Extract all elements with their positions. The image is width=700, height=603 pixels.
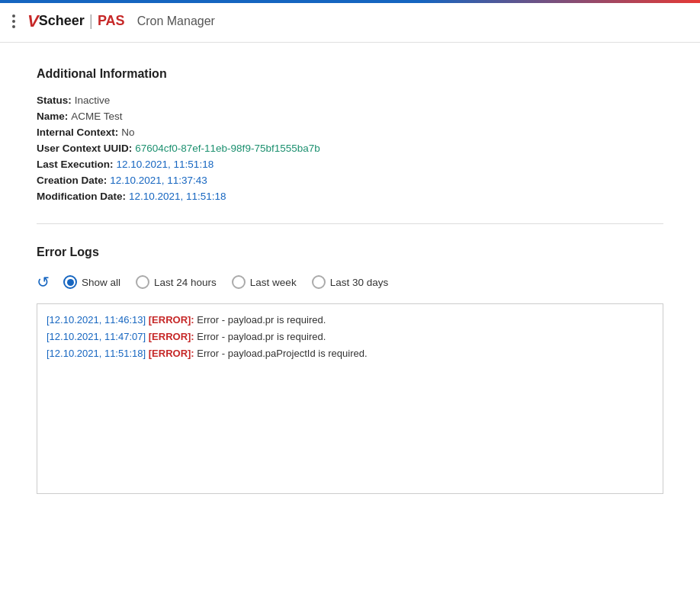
- logo-scheer: Scheer: [39, 13, 85, 29]
- radio-circle-last-30d: [312, 275, 326, 289]
- info-value: 12.10.2021, 11:37:43: [110, 175, 207, 186]
- info-value: 67604cf0-87ef-11eb-98f9-75bf1555ba7b: [135, 143, 319, 154]
- top-accent-bar: [0, 0, 700, 3]
- radio-circle-show-all: [63, 275, 77, 289]
- radio-label-show-all: Show all: [82, 277, 120, 288]
- radio-option-last-24h[interactable]: Last 24 hours: [136, 275, 217, 289]
- info-row: Last Execution:12.10.2021, 11:51:18: [37, 159, 663, 170]
- radio-option-last-week[interactable]: Last week: [232, 275, 297, 289]
- log-message: Error - payload.paProjectId is required.: [194, 348, 368, 359]
- info-value: ACME Test: [71, 111, 122, 122]
- log-box[interactable]: [12.10.2021, 11:46:13] [ERROR]: Error - …: [37, 303, 663, 494]
- additional-info-title: Additional Information: [37, 67, 663, 81]
- logo: VScheer|PAS: [27, 11, 125, 31]
- info-label: Status:: [37, 95, 72, 106]
- log-timestamp: [12.10.2021, 11:47:07]: [47, 331, 146, 342]
- app-title: Cron Manager: [137, 14, 215, 28]
- info-label: Internal Context:: [37, 127, 118, 138]
- refresh-button[interactable]: ↻: [37, 273, 50, 291]
- radio-circle-last-24h: [136, 275, 149, 289]
- log-timestamp: [12.10.2021, 11:46:13]: [47, 314, 146, 326]
- log-entry: [12.10.2021, 11:47:07] [ERROR]: Error - …: [47, 329, 653, 345]
- info-row: Status:Inactive: [37, 95, 663, 106]
- logo-pas: PAS: [98, 13, 125, 29]
- radio-group: Show allLast 24 hoursLast weekLast 30 da…: [63, 275, 388, 289]
- error-logs-title: Error Logs: [37, 245, 663, 259]
- log-error-tag: [ERROR]:: [146, 331, 194, 342]
- radio-option-show-all[interactable]: Show all: [63, 275, 120, 289]
- info-label: Name:: [37, 111, 68, 122]
- radio-label-last-week: Last week: [250, 277, 297, 288]
- error-logs-controls: ↻ Show allLast 24 hoursLast weekLast 30 …: [37, 273, 663, 291]
- info-row: User Context UUID:67604cf0-87ef-11eb-98f…: [37, 143, 663, 154]
- info-value: 12.10.2021, 11:51:18: [117, 159, 214, 170]
- log-error-tag: [ERROR]:: [146, 314, 194, 326]
- info-label: Creation Date:: [37, 175, 107, 186]
- radio-circle-last-week: [232, 275, 246, 289]
- main-content: Additional Information Status:InactiveNa…: [0, 43, 700, 518]
- section-divider: [37, 223, 663, 224]
- info-label: Modification Date:: [37, 191, 126, 202]
- additional-info-section: Additional Information Status:InactiveNa…: [37, 67, 663, 202]
- error-logs-section: Error Logs ↻ Show allLast 24 hoursLast w…: [37, 245, 663, 494]
- log-message: Error - payload.pr is required.: [194, 331, 326, 342]
- info-row: Name:ACME Test: [37, 111, 663, 122]
- log-message: Error - payload.pr is required.: [194, 314, 326, 326]
- info-fields: Status:InactiveName:ACME TestInternal Co…: [37, 95, 663, 202]
- log-error-tag: [ERROR]:: [146, 348, 194, 359]
- info-value: No: [121, 127, 134, 138]
- info-value: Inactive: [75, 95, 111, 106]
- info-label: Last Execution:: [37, 159, 114, 170]
- info-value: 12.10.2021, 11:51:18: [129, 191, 226, 202]
- info-row: Internal Context:No: [37, 127, 663, 138]
- log-entry: [12.10.2021, 11:51:18] [ERROR]: Error - …: [47, 345, 653, 362]
- logo-separator: |: [89, 12, 93, 30]
- log-timestamp: [12.10.2021, 11:51:18]: [47, 348, 146, 359]
- info-row: Creation Date:12.10.2021, 11:37:43: [37, 175, 663, 186]
- info-row: Modification Date:12.10.2021, 11:51:18: [37, 191, 663, 202]
- menu-dots-button[interactable]: [12, 14, 15, 28]
- radio-label-last-24h: Last 24 hours: [154, 277, 217, 288]
- logo-v: V: [27, 11, 39, 31]
- top-bar: VScheer|PAS Cron Manager: [0, 0, 700, 43]
- radio-label-last-30d: Last 30 days: [330, 277, 389, 288]
- radio-option-last-30d[interactable]: Last 30 days: [312, 275, 389, 289]
- log-entry: [12.10.2021, 11:46:13] [ERROR]: Error - …: [47, 312, 653, 329]
- info-label: User Context UUID:: [37, 143, 132, 154]
